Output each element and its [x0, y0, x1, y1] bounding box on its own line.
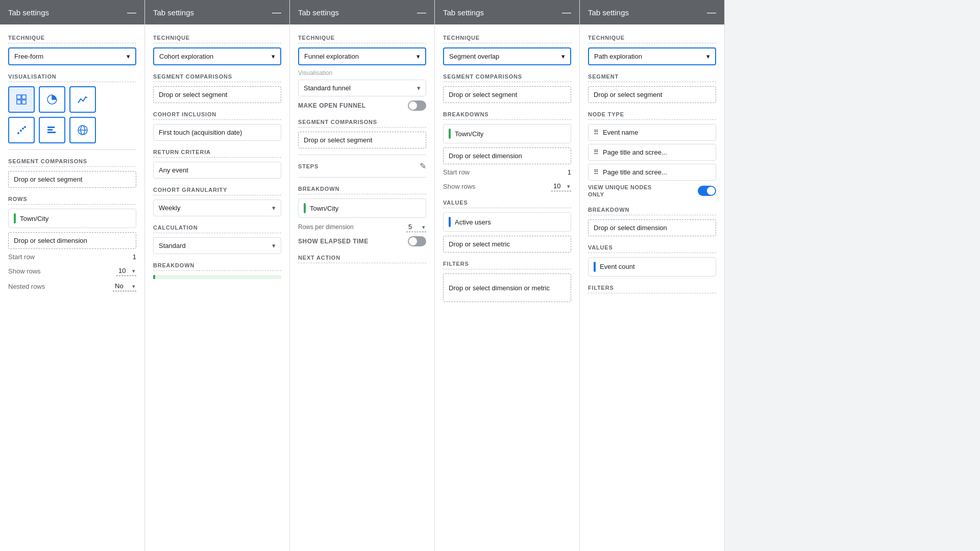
segment-drop-funnel[interactable]: Drop or select segment [298, 132, 426, 148]
svg-point-6 [22, 128, 24, 130]
panel-header-path: Tab settings — [580, 0, 724, 24]
viz-btn-globe[interactable] [69, 117, 96, 143]
panel-cohort: Tab settings — TECHNIQUE Cohort explorat… [145, 0, 290, 551]
breakdown-drop-segment[interactable]: Drop or select dimension [443, 147, 571, 164]
panel-body-segment: TECHNIQUE Segment overlap ▾ SEGMENT COMP… [435, 24, 579, 551]
visualisation-arrow-funnel: ▾ [417, 84, 421, 92]
technique-dropdown-freeform[interactable]: Free-form ▾ [8, 47, 136, 65]
panel-title-segment: Tab settings [443, 8, 484, 17]
breakdown-drop-path[interactable]: Drop or select dimension [588, 219, 716, 236]
rows-per-dim-dropdown-wrapper[interactable]: 5 10 25 [406, 222, 426, 232]
segment-drop-freeform[interactable]: Drop or select segment [8, 171, 136, 188]
rows-drop-freeform[interactable]: Drop or select dimension [8, 232, 136, 249]
segment-drop-path[interactable]: Drop or select segment [588, 86, 716, 103]
nested-rows-dropdown-wrapper-freeform[interactable]: No Yes [113, 281, 136, 291]
show-rows-dropdown-freeform[interactable]: 10 25 50 [116, 266, 136, 276]
line-icon [77, 94, 88, 105]
svg-rect-9 [47, 129, 53, 131]
bar-h-icon [46, 124, 58, 136]
segment-drop-segment[interactable]: Drop or select segment [443, 86, 571, 103]
green-bar-segment [449, 129, 451, 139]
technique-dropdown-cohort[interactable]: Cohort exploration ▾ [153, 47, 281, 65]
svg-rect-8 [47, 127, 55, 128]
calculation-label: CALCULATION [153, 224, 281, 233]
segment-comparisons-label-funnel: SEGMENT COMPARISONS [298, 119, 426, 128]
filters-drop-segment[interactable]: Drop or select dimension or metric [443, 273, 571, 302]
show-rows-segment: Show rows 10 25 [443, 181, 571, 191]
node-type-item-2[interactable]: ⠿ Page title and scree... [588, 164, 716, 181]
next-action-label-funnel: NEXT ACTION [298, 255, 426, 263]
minimize-cohort[interactable]: — [272, 8, 281, 17]
technique-dropdown-segment[interactable]: Segment overlap ▾ [443, 47, 571, 65]
panel-header-cohort: Tab settings — [145, 0, 289, 24]
segment-comparisons-label-cohort: SEGMENT COMPARISONS [153, 73, 281, 82]
calculation-dropdown[interactable]: Standard ▾ [153, 237, 281, 254]
values-drop-segment[interactable]: Drop or select metric [443, 236, 571, 253]
viz-btn-line[interactable] [69, 86, 96, 113]
minimize-segment[interactable]: — [562, 8, 571, 17]
show-rows-dropdown-wrapper-segment[interactable]: 10 25 [551, 181, 571, 191]
globe-icon [77, 124, 88, 136]
rows-item-freeform[interactable]: Town/City [8, 209, 136, 228]
viz-btn-table[interactable] [8, 86, 35, 113]
breakdown-item-segment[interactable]: Town/City [443, 124, 571, 143]
green-bar-freeform [14, 213, 16, 223]
technique-label-path: TECHNIQUE [588, 35, 716, 43]
show-elapsed-row: SHOW ELAPSED TIME [298, 236, 426, 246]
values-item-path[interactable]: Event count [588, 257, 716, 277]
minimize-path[interactable]: — [707, 8, 716, 17]
svg-point-7 [24, 126, 26, 128]
visualisation-sublabel-funnel: Visualisation [298, 69, 426, 77]
segment-comparisons-label-segment: SEGMENT COMPARISONS [443, 73, 571, 82]
node-type-item-1[interactable]: ⠿ Page title and scree... [588, 144, 716, 161]
visualisation-dropdown-funnel[interactable]: Standard funnel ▾ [298, 80, 426, 96]
viz-btn-pie[interactable] [39, 86, 65, 113]
filters-label-segment: FILTERS [443, 261, 571, 269]
make-open-funnel-toggle[interactable] [408, 101, 426, 111]
minimize-funnel[interactable]: — [417, 8, 426, 17]
start-row-segment: Start row 1 [443, 168, 571, 176]
segment-drop-cohort[interactable]: Drop or select segment [153, 86, 281, 103]
svg-rect-3 [22, 100, 26, 104]
values-item-segment[interactable]: Active users [443, 212, 571, 232]
table-icon [16, 94, 27, 105]
panel-segment: Tab settings — TECHNIQUE Segment overlap… [435, 0, 580, 551]
svg-point-4 [17, 132, 19, 134]
breakdown-item-funnel[interactable]: Town/City [298, 198, 426, 218]
view-unique-toggle[interactable] [698, 186, 716, 196]
cohort-granularity-dropdown[interactable]: Weekly ▾ [153, 199, 281, 216]
panel-path: Tab settings — TECHNIQUE Path exploratio… [580, 0, 725, 551]
technique-dropdown-path[interactable]: Path exploration ▾ [588, 47, 716, 65]
svg-point-5 [20, 130, 22, 132]
drag-icon-1: ⠿ [594, 148, 599, 156]
panel-title-path: Tab settings [588, 8, 629, 17]
technique-label-freeform: TECHNIQUE [8, 35, 136, 43]
cohort-inclusion-value: First touch (acquisition date) [153, 124, 281, 141]
show-rows-dropdown-segment[interactable]: 10 25 [551, 181, 571, 191]
minimize-freeform[interactable]: — [127, 8, 136, 17]
visualisation-label-freeform: VISUALISATION [8, 73, 136, 82]
rows-per-dim-dropdown[interactable]: 5 10 25 [406, 222, 426, 232]
rows-per-dim-funnel: Rows per dimension 5 10 25 [298, 222, 426, 232]
svg-rect-0 [17, 95, 21, 99]
blue-bar-segment [449, 217, 451, 227]
show-rows-dropdown-wrapper-freeform[interactable]: 10 25 50 [116, 266, 136, 276]
viz-btn-scatter[interactable] [8, 117, 35, 143]
show-rows-freeform: Show rows 10 25 50 [8, 266, 136, 276]
nested-rows-freeform: Nested rows No Yes [8, 281, 136, 291]
steps-row-funnel: STEPS ✎ [298, 161, 426, 171]
show-elapsed-toggle[interactable] [408, 236, 426, 246]
node-type-item-0[interactable]: ⠿ Event name [588, 124, 716, 141]
technique-label-segment: TECHNIQUE [443, 35, 571, 43]
breakdowns-label-segment: BREAKDOWNS [443, 111, 571, 120]
pencil-icon-funnel[interactable]: ✎ [420, 161, 426, 171]
calculation-arrow: ▾ [272, 242, 276, 249]
technique-dropdown-funnel[interactable]: Funnel exploration ▾ [298, 47, 426, 65]
scatter-icon [16, 124, 27, 136]
view-unique-row: VIEW UNIQUE NODES ONLY [588, 184, 716, 198]
breakdown-label-cohort: BREAKDOWN [153, 262, 281, 271]
nested-rows-dropdown-freeform[interactable]: No Yes [113, 281, 136, 291]
panel-header-funnel: Tab settings — [290, 0, 434, 24]
viz-btn-bar-h[interactable] [39, 117, 65, 143]
dropdown-arrow-funnel: ▾ [416, 53, 420, 60]
